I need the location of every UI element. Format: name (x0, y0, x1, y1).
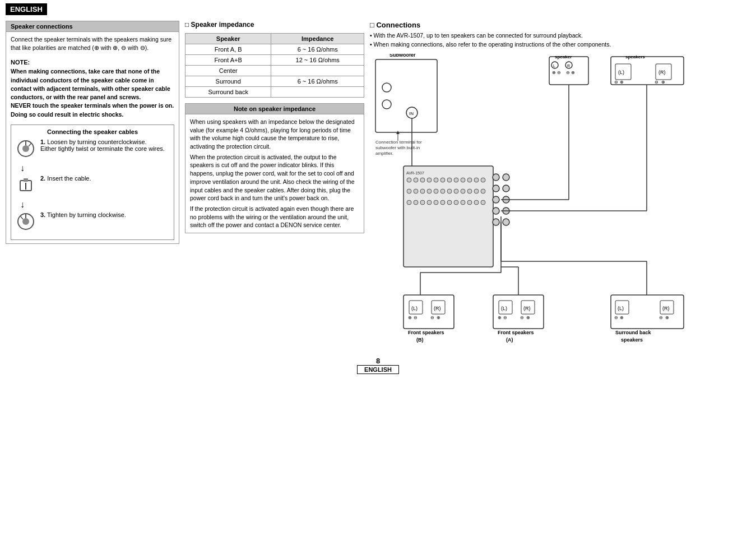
mid-column: Speaker impedance Speaker Impedance Fron… (185, 21, 364, 345)
svg-point-58 (493, 185, 499, 192)
svg-point-27 (454, 178, 458, 182)
svg-text:Connection terminal for: Connection terminal for (375, 140, 422, 145)
svg-point-39 (454, 189, 458, 193)
svg-text:(L): (L) (411, 306, 418, 311)
cable-step-3-text: 3. Tighten by turning clockwise. (40, 211, 126, 218)
svg-text:⊕: ⊕ (620, 315, 624, 320)
svg-line-10 (20, 216, 23, 219)
svg-point-49 (440, 200, 445, 205)
svg-point-23 (427, 178, 432, 182)
loosen-icon (15, 139, 37, 160)
svg-point-47 (427, 200, 432, 205)
svg-text:(A): (A) (506, 337, 513, 343)
right-column: Connections With the AVR-1507, up to ten… (370, 21, 750, 345)
svg-text:Front speakers: Front speakers (408, 330, 444, 335)
svg-text:AVR-1507: AVR-1507 (406, 171, 424, 175)
table-row: Surround back (185, 87, 271, 98)
svg-text:amplifier.: amplifier. (375, 151, 393, 156)
header-language: ENGLISH (10, 5, 43, 13)
svg-text:(R): (R) (662, 306, 670, 311)
svg-point-21 (414, 178, 418, 182)
svg-line-3 (29, 143, 31, 146)
svg-rect-11 (375, 59, 437, 132)
table-row: Front A, B (185, 44, 271, 55)
svg-text:⊕: ⊕ (571, 70, 575, 75)
svg-point-24 (434, 178, 438, 182)
note-label: NOTE: (11, 59, 174, 66)
svg-text:(L): (L) (501, 306, 507, 311)
note-body: When making connections, take care that … (11, 67, 174, 118)
svg-point-65 (503, 219, 509, 225)
speaker-connections-intro: Connect the speaker terminals with the s… (11, 35, 174, 52)
svg-text:L: L (553, 64, 555, 68)
svg-text:⊕: ⊕ (526, 315, 530, 320)
bullet-1: With the AVR-1507, up to ten speakers ca… (370, 31, 750, 40)
svg-point-64 (493, 219, 499, 225)
svg-text:When using only one surround b: When using only one surround back (611, 344, 683, 345)
svg-point-48 (434, 200, 438, 205)
footer: 8 ENGLISH (0, 357, 756, 379)
svg-point-56 (493, 174, 499, 181)
svg-point-25 (440, 178, 445, 182)
speaker-connections-body: Connect the speaker terminals with the s… (6, 32, 179, 243)
svg-point-30 (474, 178, 479, 182)
svg-text:Front speakers: Front speakers (498, 330, 534, 335)
svg-rect-5 (24, 178, 28, 182)
svg-text:⊕: ⊕ (661, 80, 665, 85)
svg-text:Surround back: Surround back (615, 330, 652, 335)
impedance-section: Speaker impedance Speaker Impedance Fron… (185, 21, 364, 98)
tighten-icon (15, 211, 37, 233)
svg-text:⊖: ⊖ (557, 70, 561, 75)
svg-text:(L): (L) (618, 306, 624, 311)
page-number: 8 (0, 357, 756, 365)
svg-point-38 (447, 189, 452, 193)
insert-icon (15, 175, 37, 196)
cable-step-2-text: 2. Insert the cable. (40, 175, 91, 182)
table-row: 6 ~ 16 Ω/ohms (271, 44, 364, 55)
connections-title: Connections (370, 21, 750, 29)
svg-text:⊖: ⊖ (520, 315, 524, 320)
svg-point-57 (503, 174, 509, 181)
svg-point-59 (503, 185, 509, 192)
svg-text:(R): (R) (434, 306, 441, 311)
svg-text:⊖: ⊖ (430, 315, 434, 320)
svg-point-26 (447, 178, 452, 182)
svg-point-33 (414, 189, 418, 193)
cable-box: Connecting the speaker cables (11, 124, 174, 240)
table-row: 6 ~ 16 Ω/ohms (271, 76, 364, 87)
svg-point-45 (414, 200, 418, 205)
table-row: Front A+B (185, 55, 271, 66)
col-speaker: Speaker (185, 34, 271, 44)
svg-point-44 (407, 200, 411, 205)
svg-point-28 (461, 178, 465, 182)
arrow-1: ↓ (20, 163, 170, 173)
svg-point-50 (447, 200, 452, 205)
svg-text:IN: IN (409, 111, 414, 116)
svg-point-29 (467, 178, 472, 182)
connections-section: Connections With the AVR-1507, up to ten… (370, 21, 750, 49)
svg-text:(L): (L) (618, 70, 624, 75)
cable-step-3: 3. Tighten by turning clockwise. (15, 211, 170, 233)
note-on-impedance-box: Note on speaker impedance When using spe… (185, 103, 364, 233)
svg-point-32 (407, 189, 411, 193)
svg-text:speakers: speakers (625, 54, 645, 59)
svg-point-20 (407, 178, 411, 182)
svg-point-42 (474, 189, 479, 193)
footer-language: ENGLISH (357, 365, 399, 374)
svg-text:speakers: speakers (621, 337, 643, 343)
left-column: Speaker connections Connect the speaker … (6, 21, 179, 345)
bullet-2: When making connections, also refer to t… (370, 40, 750, 49)
svg-text:⊕: ⊕ (620, 80, 624, 85)
svg-text:speaker: speaker (555, 54, 572, 59)
svg-text:(R): (R) (658, 70, 666, 75)
svg-point-60 (493, 196, 499, 203)
svg-point-55 (481, 200, 485, 205)
svg-point-54 (474, 200, 479, 205)
note-section: NOTE: When making connections, take care… (11, 59, 174, 118)
cable-step-1: 1. Loosen by turning counterclockwise. E… (15, 139, 170, 160)
svg-text:⊖: ⊖ (614, 315, 618, 320)
svg-point-37 (440, 189, 445, 193)
svg-text:(B): (B) (416, 337, 424, 343)
svg-point-43 (481, 189, 485, 193)
cable-box-title: Connecting the speaker cables (15, 128, 170, 135)
